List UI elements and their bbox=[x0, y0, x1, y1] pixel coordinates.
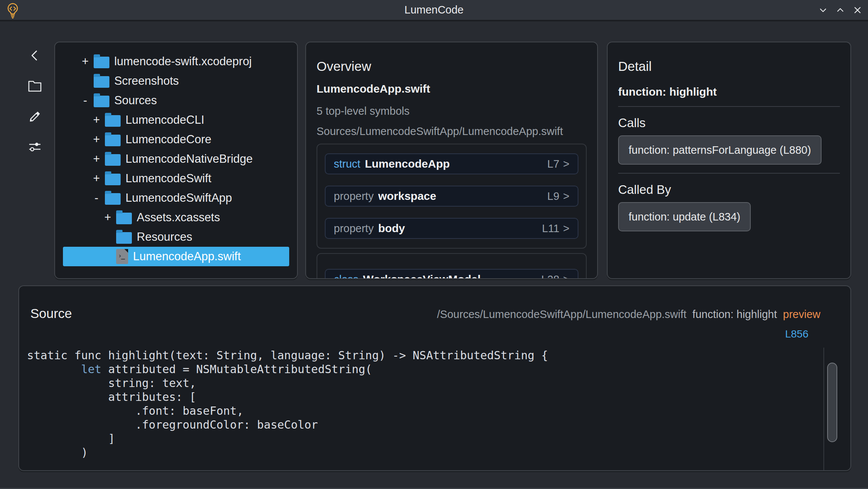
tree-item-label: Assets.xcassets bbox=[137, 211, 220, 224]
detail-symbol-name: function: highlight bbox=[618, 85, 840, 99]
detail-section: Called By function: update (L834) bbox=[618, 173, 840, 233]
tree-item-label: Screenshots bbox=[114, 74, 179, 88]
folder-icon bbox=[94, 76, 109, 88]
window-title: LumenCode bbox=[0, 0, 868, 20]
chevron-right-icon: > bbox=[563, 190, 569, 202]
source-header: Source /Sources/LumencodeSwiftApp/Lumenc… bbox=[19, 286, 850, 321]
symbol-line-label: L11 bbox=[542, 222, 559, 235]
filters-sliders-button[interactable] bbox=[27, 139, 42, 154]
tree-item-label: lumencode-swift.xcodeproj bbox=[114, 55, 252, 68]
chevron-right-icon: > bbox=[563, 273, 569, 279]
detail-section-heading: Calls bbox=[618, 116, 840, 130]
folder-icon bbox=[105, 135, 121, 146]
tree-item-label: LumencodeCLI bbox=[125, 113, 204, 127]
edit-pencil-button[interactable] bbox=[27, 109, 42, 124]
code-line: static func highlight(text: String, lang… bbox=[27, 348, 548, 362]
folder-icon bbox=[105, 154, 121, 166]
code-line: .foregroundColor: baseColor bbox=[27, 418, 548, 432]
overview-panel: Overview LumencodeApp.swift 5 top-level … bbox=[305, 42, 598, 279]
symbol-name: LumencodeApp bbox=[365, 158, 450, 170]
overview-file-name: LumencodeApp.swift bbox=[317, 82, 587, 96]
folder-icon bbox=[105, 115, 121, 127]
symbol-groups: struct LumencodeApp L7 > property worksp… bbox=[317, 144, 587, 279]
code-line: .font: baseFont, bbox=[27, 404, 548, 418]
tree-item[interactable]: + Assets.xcassets bbox=[63, 208, 289, 227]
tree-expander[interactable]: - bbox=[77, 94, 94, 107]
tree-expander[interactable]: + bbox=[88, 152, 105, 166]
tree-item-label: LumencodeNativeBridge bbox=[125, 152, 253, 166]
tree-item[interactable]: + LumencodeCore bbox=[63, 130, 289, 149]
code-line: ) bbox=[27, 446, 548, 459]
tree-expander[interactable]: + bbox=[88, 113, 105, 127]
preview-mode-link[interactable]: preview bbox=[783, 308, 820, 321]
symbol-group-card: class WorkspaceViewModel L28 > bbox=[317, 253, 587, 279]
source-title: Source bbox=[30, 306, 72, 321]
symbol-line-label: L9 bbox=[547, 190, 559, 202]
source-symbol-label: function: highlight bbox=[692, 308, 777, 321]
window-maximize-button[interactable] bbox=[834, 3, 847, 17]
divider bbox=[618, 106, 840, 107]
tree-item[interactable]: Screenshots bbox=[63, 71, 289, 91]
divider bbox=[618, 173, 840, 174]
symbol-name: body bbox=[378, 222, 405, 235]
open-folder-button[interactable] bbox=[27, 78, 42, 93]
tree-item[interactable]: Resources bbox=[63, 227, 289, 247]
symbol-row[interactable]: property workspace L9 > bbox=[325, 186, 578, 207]
symbol-reference-pill[interactable]: function: update (L834) bbox=[618, 202, 751, 231]
chevron-right-icon: > bbox=[563, 158, 569, 170]
tree-item[interactable]: + LumencodeCLI bbox=[63, 110, 289, 130]
symbol-row[interactable]: struct LumencodeApp L7 > bbox=[325, 153, 578, 174]
tree-expander[interactable]: - bbox=[88, 191, 105, 205]
tree-expander[interactable]: + bbox=[88, 133, 105, 146]
tree-item-label: LumencodeSwift bbox=[125, 172, 211, 185]
overview-symbol-count: 5 top-level symbols bbox=[317, 105, 587, 117]
folder-icon bbox=[94, 96, 109, 107]
titlebar: LumenCode bbox=[0, 0, 868, 21]
tree-item-label: Resources bbox=[137, 230, 192, 244]
symbol-kind: property bbox=[334, 190, 373, 202]
tree-expander[interactable]: + bbox=[99, 211, 116, 224]
tree-item[interactable]: + LumencodeNativeBridge bbox=[63, 149, 289, 169]
file-tree-panel: + lumencode-swift.xcodeproj Screenshots … bbox=[54, 42, 298, 279]
symbol-name: WorkspaceViewModel bbox=[363, 273, 481, 279]
window-controls bbox=[816, 0, 864, 20]
symbol-group-card: struct LumencodeApp L7 > property worksp… bbox=[317, 144, 587, 249]
detail-section-heading: Called By bbox=[618, 183, 840, 197]
detail-panel: Detail function: highlight Calls functio… bbox=[607, 42, 851, 279]
symbol-line-label: L28 bbox=[541, 273, 559, 279]
back-button[interactable] bbox=[27, 48, 42, 63]
tree-item-label: LumencodeSwiftApp bbox=[125, 191, 232, 205]
tree-item[interactable]: - LumencodeSwiftApp bbox=[63, 188, 289, 208]
symbol-row[interactable]: class WorkspaceViewModel L28 > bbox=[325, 269, 578, 279]
file-icon bbox=[116, 249, 128, 264]
code-line: let attributed = NSMutableAttributedStri… bbox=[27, 362, 548, 376]
symbol-reference-pill[interactable]: function: patternsForLanguage (L880) bbox=[618, 135, 822, 165]
tree-item[interactable]: + LumencodeSwift bbox=[63, 169, 289, 188]
tree-item[interactable]: + lumencode-swift.xcodeproj bbox=[63, 52, 289, 71]
tree-item-label: Sources bbox=[114, 94, 157, 107]
tree-item[interactable]: LumencodeApp.swift bbox=[63, 247, 289, 266]
folder-icon bbox=[116, 213, 132, 224]
source-scrollbar-thumb[interactable] bbox=[827, 363, 837, 442]
detail-sections: Calls function: patternsForLanguage (L88… bbox=[618, 106, 840, 233]
code-line: ] bbox=[27, 432, 548, 446]
source-line-ref-link[interactable]: L856 bbox=[785, 328, 808, 340]
symbol-kind: property bbox=[334, 222, 373, 235]
source-panel: Source /Sources/LumencodeSwiftApp/Lumenc… bbox=[18, 285, 851, 471]
overview-file-path: Sources/LumencodeSwiftApp/LumencodeApp.s… bbox=[317, 125, 587, 138]
tree-expander[interactable]: + bbox=[77, 55, 94, 68]
file-tree: + lumencode-swift.xcodeproj Screenshots … bbox=[55, 42, 297, 266]
folder-icon bbox=[94, 57, 109, 68]
symbol-kind: struct bbox=[334, 158, 360, 170]
window-close-button[interactable] bbox=[851, 3, 864, 17]
source-code-block: static func highlight(text: String, lang… bbox=[27, 348, 548, 459]
folder-icon bbox=[105, 174, 121, 185]
tree-expander[interactable]: + bbox=[88, 172, 105, 185]
source-scrollbar-track[interactable] bbox=[823, 348, 824, 471]
detail-section: Calls function: patternsForLanguage (L88… bbox=[618, 106, 840, 166]
window-minimize-button[interactable] bbox=[816, 3, 830, 17]
chevron-right-icon: > bbox=[563, 222, 569, 235]
tree-item[interactable]: - Sources bbox=[63, 91, 289, 110]
symbol-row[interactable]: property body L11 > bbox=[325, 218, 578, 239]
tree-item-label: LumencodeCore bbox=[125, 133, 211, 146]
